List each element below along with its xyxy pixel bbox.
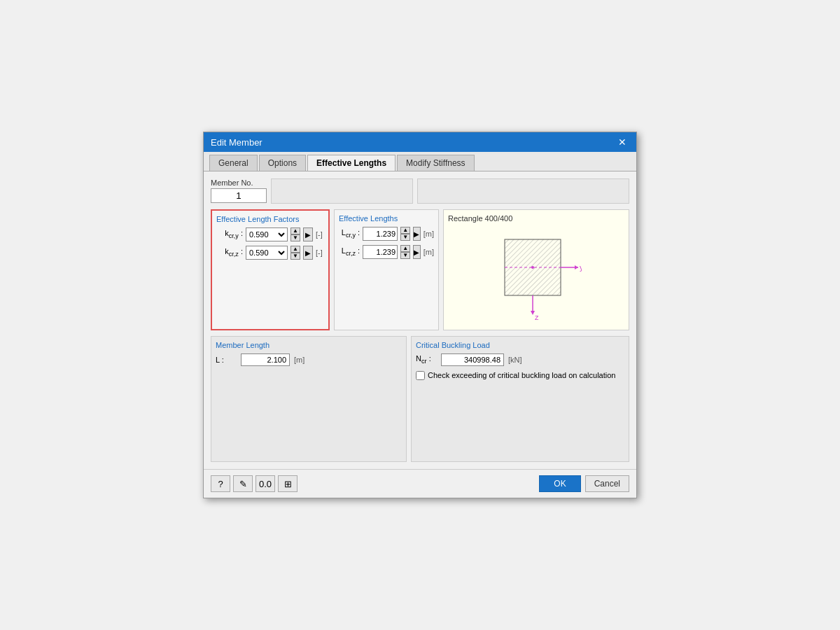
el-expand-z[interactable]: ▶ <box>413 245 421 259</box>
ncr-unit: [kN] <box>508 356 522 364</box>
member-no-label: Member No. <box>211 178 267 187</box>
el-input-z[interactable] <box>363 245 398 259</box>
member-length-unit: [m] <box>294 356 304 364</box>
bottom-row: Member Length L : [m] Critical Buckling … <box>211 336 629 462</box>
ncr-input[interactable] <box>441 354 504 366</box>
tab-general[interactable]: General <box>209 155 258 171</box>
elf-spinner-y: ▲ ▼ <box>290 227 300 241</box>
critical-buckling-panel: Critical Buckling Load Ncr : [kN] Check … <box>411 336 629 462</box>
tab-options[interactable]: Options <box>259 155 306 171</box>
elf-row-z: kcr,z : 0.590 ▲ ▼ ▶ [-] <box>216 246 324 260</box>
elf-panel: Effective Length Factors kcr,y : 0.590 ▲… <box>211 209 330 330</box>
footer-actions: OK Cancel <box>539 475 629 492</box>
critical-buckling-title: Critical Buckling Load <box>416 341 624 349</box>
member-desc-2 <box>417 178 629 204</box>
member-length-row: L : [m] <box>216 354 402 366</box>
rect-preview: y z <box>491 232 582 326</box>
y-axis-label: y <box>580 263 582 272</box>
edit-member-dialog: Edit Member ✕ General Options Effective … <box>203 132 637 498</box>
el-row-z: Lcr,z : ▲ ▼ ▶ [m] <box>339 245 434 259</box>
critical-buckling-row: Ncr : [kN] <box>416 354 624 366</box>
member-no-box: Member No. <box>211 178 267 204</box>
y-axis-arrow <box>575 265 578 270</box>
el-spinner-z: ▲ ▼ <box>400 245 410 259</box>
title-bar: Edit Member ✕ <box>204 132 636 152</box>
member-length-title: Member Length <box>216 341 402 349</box>
elf-select-z[interactable]: 0.590 <box>246 246 288 260</box>
elf-select-y[interactable]: 0.590 <box>246 227 288 241</box>
tab-bar: General Options Effective Lengths Modify… <box>204 152 636 172</box>
dialog-title: Edit Member <box>211 137 262 148</box>
buckling-checkbox-label: Check exceeding of critical buckling loa… <box>428 370 615 380</box>
member-no-input[interactable] <box>211 188 267 203</box>
rect-panel: Rectangle 400/400 y <box>443 209 629 330</box>
close-button[interactable]: ✕ <box>615 136 629 148</box>
tab-modify-stiffness[interactable]: Modify Stiffness <box>397 155 474 171</box>
edit-icon-btn[interactable]: ✎ <box>233 475 253 492</box>
member-length-label: L : <box>216 356 237 364</box>
el-panel: Effective Lengths Lcr,y : ▲ ▼ ▶ [m] Lcr,… <box>334 209 439 330</box>
dialog-body: Member No. Effective Length Factors kcr,… <box>204 172 636 469</box>
grid-icon-btn[interactable]: ⊞ <box>278 475 298 492</box>
el-label-z: Lcr,z : <box>339 246 360 257</box>
el-input-y[interactable] <box>363 227 398 241</box>
member-desc-1 <box>271 178 413 204</box>
elf-label-z: kcr,z : <box>216 247 243 258</box>
elf-title: Effective Length Factors <box>216 215 324 223</box>
member-no-row: Member No. <box>211 178 629 204</box>
el-expand-y[interactable]: ▶ <box>413 227 421 241</box>
checkbox-row: Check exceeding of critical buckling loa… <box>416 370 624 380</box>
elf-unit-z: [-] <box>316 248 323 257</box>
elf-label-y: kcr,y : <box>216 229 243 239</box>
elf-expand-z[interactable]: ▶ <box>303 246 313 260</box>
elf-spin-up-z[interactable]: ▲ <box>290 246 300 253</box>
elf-spin-up-y[interactable]: ▲ <box>290 227 300 234</box>
member-length-panel: Member Length L : [m] <box>211 336 407 462</box>
cross-section-svg: y z <box>491 232 582 323</box>
elf-spin-down-z[interactable]: ▼ <box>290 253 300 260</box>
buckling-checkbox[interactable] <box>416 371 425 380</box>
z-axis-label: z <box>535 313 539 321</box>
ok-button[interactable]: OK <box>539 475 580 492</box>
cancel-button[interactable]: Cancel <box>585 475 629 492</box>
el-unit-y: [m] <box>424 230 434 238</box>
elf-expand-y[interactable]: ▶ <box>303 227 313 241</box>
el-spinner-y: ▲ ▼ <box>400 227 410 241</box>
el-unit-z: [m] <box>424 248 434 256</box>
footer: ? ✎ 0.0 ⊞ OK Cancel <box>204 469 636 498</box>
el-spin-up-y[interactable]: ▲ <box>400 227 410 234</box>
rect-title: Rectangle 400/400 <box>448 214 512 223</box>
el-spin-up-z[interactable]: ▲ <box>400 245 410 252</box>
footer-icons: ? ✎ 0.0 ⊞ <box>211 475 536 492</box>
main-content-area: Effective Length Factors kcr,y : 0.590 ▲… <box>211 209 629 330</box>
elf-row-y: kcr,y : 0.590 ▲ ▼ ▶ [-] <box>216 227 324 241</box>
el-spin-down-y[interactable]: ▼ <box>400 234 410 241</box>
el-title: Effective Lengths <box>339 214 434 223</box>
member-length-input[interactable] <box>241 354 290 366</box>
el-row-y: Lcr,y : ▲ ▼ ▶ [m] <box>339 227 434 241</box>
elf-unit-y: [-] <box>316 230 323 239</box>
ncr-label: Ncr : <box>416 354 437 365</box>
el-spin-down-z[interactable]: ▼ <box>400 252 410 259</box>
elf-spinner-z: ▲ ▼ <box>290 246 300 260</box>
tab-effective-lengths[interactable]: Effective Lengths <box>307 155 396 171</box>
help-icon-btn[interactable]: ? <box>211 475 230 492</box>
el-label-y: Lcr,y : <box>339 228 360 239</box>
elf-spin-down-y[interactable]: ▼ <box>290 234 300 241</box>
numeric-icon-btn[interactable]: 0.0 <box>255 475 275 492</box>
